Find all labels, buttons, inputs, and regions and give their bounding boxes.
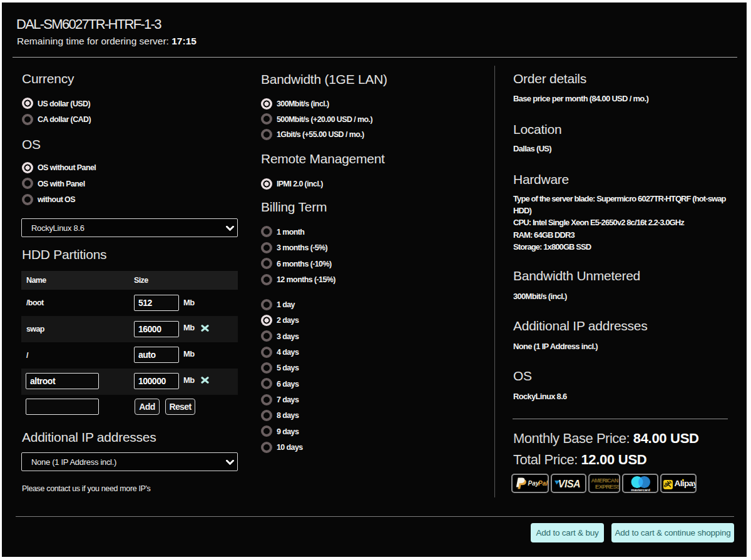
svg-text:Pay: Pay bbox=[528, 480, 539, 487]
svg-text:Alipay: Alipay bbox=[675, 479, 696, 488]
svg-text:VISA: VISA bbox=[558, 479, 580, 489]
svg-text:EXPRESS: EXPRESS bbox=[595, 483, 619, 490]
svg-text:Pal: Pal bbox=[538, 480, 548, 487]
svg-text:mastercard: mastercard bbox=[631, 488, 650, 492]
